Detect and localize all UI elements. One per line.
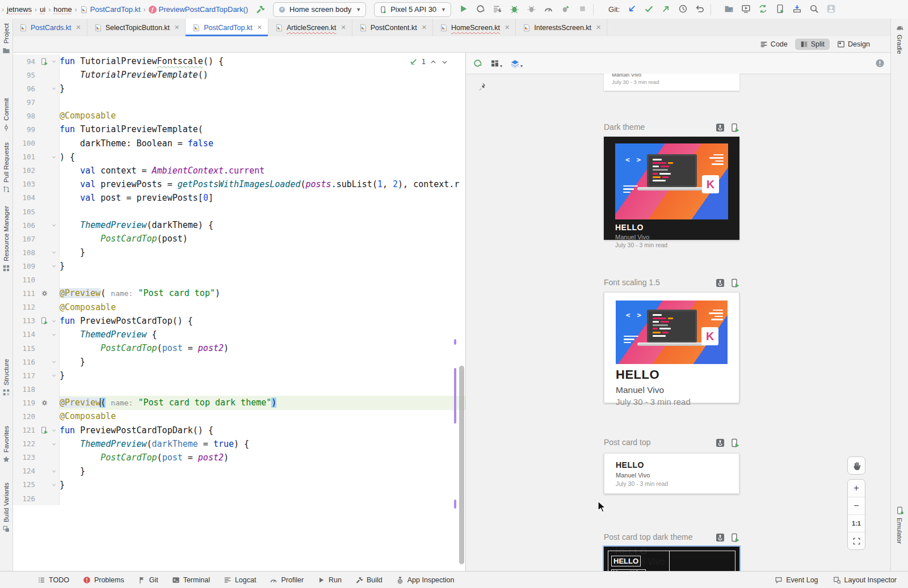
statusbar-item-run[interactable]: Run (317, 576, 342, 584)
statusbar-item-git[interactable]: Git (138, 576, 158, 584)
code-line-106[interactable]: 106 ThemedPreview(darkTheme) { (12, 218, 465, 232)
code-line-95[interactable]: 95 TutorialPreviewTemplate() (12, 68, 465, 82)
editor-tab[interactable]: SelectTopicButton.kt✕ (87, 19, 186, 36)
inspection-widget[interactable]: 1 (409, 57, 448, 66)
tool-window-button-structure[interactable]: Structure (0, 359, 12, 396)
gutter-action[interactable] (39, 399, 50, 407)
tool-window-button-build-variants[interactable]: Build Variants (0, 483, 12, 533)
editor-tab[interactable]: PostCards.kt✕ (12, 19, 87, 36)
gear-icon[interactable] (41, 399, 48, 407)
push-button[interactable] (661, 4, 671, 14)
code-editor[interactable]: 1 94 fun TutorialPreviewFontscale() { 95… (12, 53, 465, 572)
interactive-preview-button[interactable] (716, 532, 725, 542)
preview-card-partial[interactable]: Manuel Vivo July 30 - 3 min read (604, 74, 739, 91)
statusbar-item-build[interactable]: Build (355, 576, 382, 584)
code-line-94[interactable]: 94 fun TutorialPreviewFontscale() { (12, 54, 465, 68)
code-line-101[interactable]: 101 ) { (12, 150, 465, 164)
tool-window-button-emulator[interactable]: Emulator (891, 506, 908, 544)
check-button[interactable] (644, 4, 654, 14)
tool-window-button-resource-manager[interactable]: Resource Manager (0, 206, 12, 272)
tool-window-button-pull-requests[interactable]: Pull Requests (0, 142, 12, 193)
zoom-in-button[interactable]: + (848, 480, 865, 497)
gutter-action[interactable] (39, 58, 50, 65)
code-line-96[interactable]: 96 } (12, 82, 465, 95)
code-line-118[interactable]: 118 (12, 382, 465, 396)
history-button[interactable] (678, 4, 688, 14)
code-line-97[interactable]: 97 (12, 95, 465, 109)
view-mode-code[interactable]: Code (755, 39, 793, 50)
code-line-107[interactable]: 107 PostCardTop(post) (12, 232, 465, 246)
interactive-preview-button[interactable] (716, 437, 725, 447)
code-line-102[interactable]: 102 val context = AmbientContext.current (12, 164, 465, 177)
interactive-preview-button[interactable] (716, 122, 725, 132)
run-configuration-select[interactable]: Home screen body ▼ (273, 2, 366, 17)
search-button[interactable] (809, 4, 819, 14)
fold-marker-icon[interactable] (52, 319, 56, 323)
breadcrumb-item[interactable]: jetnews (7, 5, 32, 14)
devmgr-button[interactable] (741, 4, 751, 14)
fold-marker-icon[interactable] (52, 469, 56, 473)
rundevice-icon[interactable] (41, 426, 48, 434)
rollback-button[interactable] (695, 4, 705, 14)
applycode-button[interactable] (493, 4, 502, 14)
interactive-preview-button[interactable] (716, 277, 725, 287)
pan-button[interactable] (847, 456, 865, 475)
update-button[interactable] (627, 4, 637, 14)
code-line-100[interactable]: 100 darkTheme: Boolean = false (12, 137, 465, 150)
preview-card-post-card-top[interactable]: < > K HELLO Manuel Vivo July 30 - 3 min … (604, 453, 739, 494)
editor-tab[interactable]: PostContent.kt✕ (352, 19, 433, 36)
layoutval-button[interactable] (775, 4, 785, 14)
code-line-98[interactable]: 98 @Composable (12, 109, 465, 122)
debug-button[interactable] (510, 4, 519, 14)
preview-card-dark-theme[interactable]: < > K HELLO Manuel Vivo July 30 - 3 min … (604, 137, 739, 240)
code-line-115[interactable]: 115 PostCardTop(post = post2) (12, 341, 465, 355)
statusbar-item-app-inspection[interactable]: App Inspection (396, 576, 455, 584)
statusbar-item-problems[interactable]: Problems (83, 576, 124, 584)
tool-window-button-gradle[interactable]: Gradle (891, 23, 908, 54)
fold-marker-icon[interactable] (52, 428, 56, 433)
zoom-to-fit-button[interactable] (848, 532, 865, 549)
gutter-action[interactable] (39, 426, 50, 434)
code-line-99[interactable]: 99 fun TutorialPreviewTemplate( (12, 122, 465, 136)
code-line-113[interactable]: 113 fun PreviewPostCardTop() { (12, 314, 465, 328)
code-line-105[interactable]: 105 (12, 205, 465, 218)
statusbar-item-todo[interactable]: TODO (37, 576, 69, 584)
deploy-preview-button[interactable] (730, 437, 739, 447)
rundevice-icon[interactable] (41, 58, 48, 65)
layers-icon[interactable]: ▾ (510, 58, 523, 68)
code-line-122[interactable]: 122 ThemedPreview(darkTheme = true) { (12, 437, 465, 451)
tool-window-button-project[interactable]: Project (0, 23, 12, 54)
deploy-preview-button[interactable] (730, 277, 739, 287)
code-line-114[interactable]: 114 ThemedPreview { (12, 328, 465, 341)
code-line-117[interactable]: 117 } (12, 369, 465, 382)
gutter-action[interactable] (39, 290, 50, 297)
fold-marker-icon[interactable] (52, 223, 56, 227)
editor-tab[interactable]: HomeScreen.kt✕ (433, 19, 516, 36)
code-line-111[interactable]: 111 @Preview( name: "Post card top") (12, 287, 465, 301)
editor-tab[interactable]: ArticleScreen.kt✕ (268, 19, 352, 36)
issues-icon[interactable] (875, 58, 885, 68)
close-icon[interactable]: ✕ (505, 24, 510, 31)
gutter-action[interactable] (39, 317, 50, 324)
code-line-103[interactable]: 103 val previewPosts = getPostsWithImage… (12, 177, 465, 191)
editor-tab[interactable]: PostCardTop.kt✕ (186, 19, 268, 36)
fold-marker-icon[interactable] (52, 332, 56, 337)
breadcrumb-item[interactable]: fPreviewPostCardTopDark() (149, 5, 249, 14)
code-line-123[interactable]: 123 PostCardTop(post = post2) (12, 451, 465, 464)
sdk-button[interactable] (792, 4, 802, 14)
code-line-126[interactable]: 126 (12, 492, 465, 505)
tool-window-button-commit[interactable]: Commit (0, 98, 12, 132)
breadcrumb-item[interactable]: ui (40, 5, 45, 14)
pin-icon[interactable] (477, 82, 486, 91)
close-icon[interactable]: ✕ (422, 24, 427, 31)
fold-marker-icon[interactable] (52, 59, 56, 64)
devexp-button[interactable] (724, 4, 734, 14)
code-line-109[interactable]: 109 } (12, 259, 465, 273)
statusbar-item-event-log[interactable]: Event Log (775, 576, 818, 584)
fold-marker-icon[interactable] (52, 442, 56, 446)
close-icon[interactable]: ✕ (174, 24, 179, 31)
tool-window-button-favorites[interactable]: Favorites (0, 426, 12, 463)
chevdn-icon[interactable] (441, 58, 448, 66)
sync-button[interactable] (758, 4, 768, 14)
code-line-124[interactable]: 124 } (12, 464, 465, 478)
